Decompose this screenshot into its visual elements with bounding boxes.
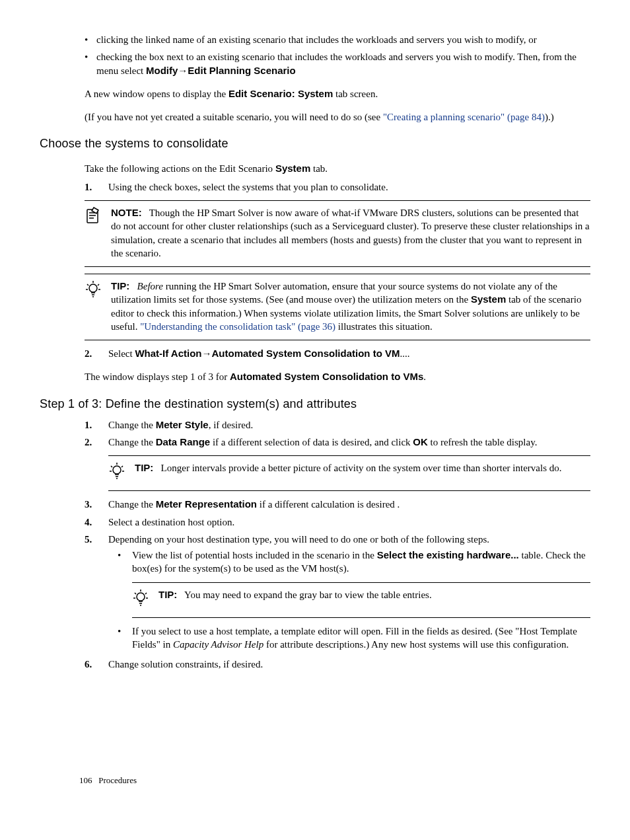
menu-edit-planning-scenario: Edit Planning Scenario	[188, 65, 295, 76]
list-item: View the list of potential hosts include…	[108, 549, 590, 576]
menu-auto-consolidation: Automated System Consolidation to VM	[212, 348, 400, 359]
link-creating-planning-scenario[interactable]: "Creating a planning scenario" (page 84)	[383, 112, 545, 122]
number: 6.	[85, 658, 92, 671]
text: Depending on your host destination type,…	[108, 534, 489, 545]
inner-bullet-list: If you select to use a host template, a …	[108, 625, 590, 652]
text: Using the check boxes, select the system…	[108, 182, 388, 192]
heading-step-1: Step 1 of 3: Define the destination syst…	[40, 396, 590, 412]
text: Select	[108, 348, 135, 359]
tip-callout: TIP: You may need to expand the gray bar…	[132, 582, 590, 618]
list-item: clicking the linked name of an existing …	[85, 33, 590, 46]
list-item: 2. Change the Data Range if a different …	[85, 436, 590, 449]
list-item: 4.Select a destination host option.	[85, 515, 590, 529]
page-footer: 106 Procedures	[79, 775, 137, 786]
tip-label: TIP:	[135, 462, 153, 473]
lightbulb-icon	[108, 461, 127, 484]
text: tab.	[310, 163, 328, 174]
ok-button-label: OK	[413, 436, 428, 447]
list-item: 6.Change solution constraints, if desire…	[85, 658, 590, 671]
text: Select a destination host option.	[108, 517, 234, 527]
svg-point-2	[113, 466, 121, 474]
tab-name: System	[471, 293, 506, 305]
doc-title: Capacity Advisor Help	[173, 639, 263, 650]
tip-label: TIP:	[158, 589, 177, 600]
text: tab screen.	[333, 89, 378, 99]
text: if a different calculation is desired .	[257, 499, 400, 510]
lightbulb-icon	[85, 280, 103, 333]
text: Longer intervals provide a better pictur…	[161, 463, 562, 473]
lightbulb-icon	[132, 588, 151, 611]
note-icon	[85, 206, 103, 260]
ordered-list-nested: If you select to use a host template, a …	[108, 625, 590, 652]
tip-body: TIP: Longer intervals provide a better p…	[135, 461, 590, 484]
page: clicking the linked name of an existing …	[40, 33, 590, 813]
section-title: Procedures	[98, 775, 137, 785]
list-item: If you select to use a host template, a …	[108, 625, 590, 652]
note-body: NOTE: Though the HP Smart Solver is now …	[111, 206, 590, 260]
field-data-range: Data Range	[156, 436, 211, 447]
number: 5.	[85, 533, 92, 546]
heading-choose-systems: Choose the systems to consolidate	[40, 135, 590, 151]
arrow-icon: →	[202, 348, 212, 359]
text: ).)	[545, 112, 554, 122]
list-item: 2. Select What-If Action→Automated Syste…	[85, 347, 590, 360]
paragraph: Take the following actions on the Edit S…	[85, 162, 590, 175]
text: Take the following actions on the Edit S…	[85, 163, 275, 174]
text: ....	[400, 348, 410, 359]
text: for attribute descriptions.) Any new hos…	[263, 639, 569, 650]
menu-whatif: What-If Action	[135, 348, 201, 359]
tip-body: TIP: Before running the HP Smart Solver …	[111, 280, 590, 333]
table-name: Select the existing hardware...	[377, 549, 519, 560]
number: 4.	[85, 515, 92, 529]
text: You may need to expand the gray bar to v…	[184, 590, 432, 600]
list-item: 1. Change the Meter Style, if desired.	[85, 418, 590, 432]
tip-label: TIP:	[111, 280, 129, 291]
tip-callout: TIP: Before running the HP Smart Solver …	[85, 274, 590, 340]
number: 1.	[85, 418, 92, 432]
tip-body: TIP: You may need to expand the gray bar…	[158, 588, 590, 611]
link-understanding-consolidation[interactable]: "Understanding the consolidation task" (…	[140, 321, 335, 332]
text: illustrates this situation.	[335, 321, 433, 332]
number: 1.	[85, 180, 92, 194]
text: The window displays step 1 of 3 for	[85, 371, 230, 382]
list-item: 5.Depending on your host destination typ…	[85, 533, 590, 576]
text: Though the HP Smart Solver is now aware …	[111, 208, 590, 258]
text: Change the	[108, 437, 156, 447]
field-meter-representation: Meter Representation	[156, 498, 257, 510]
list-item: checking the box next to an existing sce…	[85, 50, 590, 77]
text: View the list of potential hosts include…	[132, 550, 377, 560]
intro-bullet-list: clicking the linked name of an existing …	[40, 33, 590, 77]
list-item: 1.Using the check boxes, select the syst…	[85, 180, 590, 194]
paragraph: (If you have not yet created a suitable …	[85, 110, 590, 124]
tab-name: System	[275, 163, 310, 174]
wizard-name: Automated System Consolidation to VMs	[230, 371, 423, 382]
number: 2.	[85, 347, 92, 360]
ordered-list: 2. Select What-If Action→Automated Syste…	[85, 347, 590, 360]
paragraph: The window displays step 1 of 3 for Auto…	[85, 370, 590, 383]
number: 2.	[85, 436, 92, 449]
screen-name: Edit Scenario: System	[228, 88, 333, 99]
list-item: If you select to use a host template, a …	[108, 625, 590, 652]
text: if a different selection of data is desi…	[210, 437, 413, 447]
note-label: NOTE:	[111, 207, 142, 218]
text: Change the	[108, 420, 156, 430]
text: , if desired.	[209, 420, 253, 430]
inner-bullet-list: View the list of potential hosts include…	[108, 549, 590, 576]
note-callout: NOTE: Though the HP Smart Solver is now …	[85, 200, 590, 267]
emphasis: Before	[137, 281, 163, 291]
paragraph: A new window opens to display the Edit S…	[85, 87, 590, 100]
text: clicking the linked name of an existing …	[96, 34, 537, 45]
number: 3.	[85, 498, 92, 511]
list-item: 3. Change the Meter Representation if a …	[85, 498, 590, 511]
ordered-list: 1. Change the Meter Style, if desired. 2…	[85, 418, 590, 449]
tip-callout: TIP: Longer intervals provide a better p…	[108, 455, 590, 491]
page-number: 106	[79, 775, 92, 785]
text: (If you have not yet created a suitable …	[85, 112, 383, 122]
field-meter-style: Meter Style	[156, 419, 209, 430]
text: Change solution constraints, if desired.	[108, 659, 263, 669]
arrow-icon: →	[178, 65, 188, 76]
svg-point-1	[89, 284, 97, 292]
ordered-list: 6.Change solution constraints, if desire…	[85, 658, 590, 671]
text: to refresh the table display.	[428, 437, 538, 447]
menu-modify: Modify	[146, 65, 178, 76]
